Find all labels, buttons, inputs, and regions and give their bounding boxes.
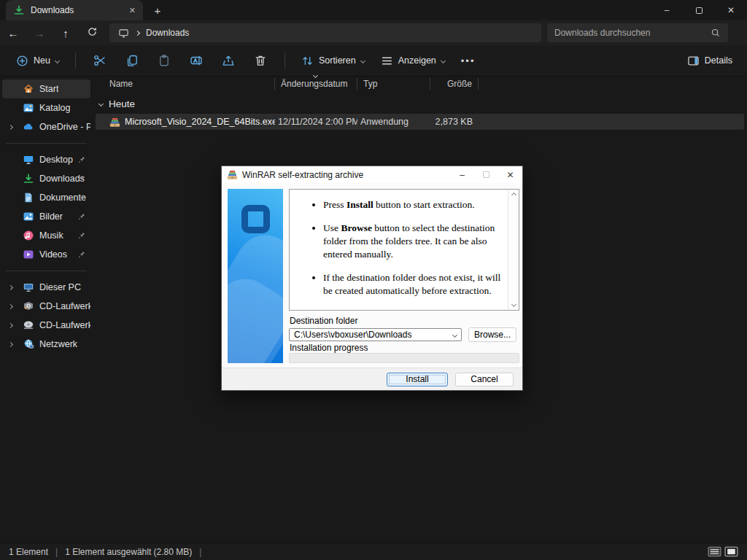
dialog-close-button[interactable]: ✕	[498, 166, 522, 183]
sidebar-item-downloads[interactable]: Downloads	[2, 169, 90, 188]
status-separator: |	[199, 547, 201, 557]
pin-icon	[77, 174, 86, 183]
dialog-footer: Install Cancel	[222, 368, 522, 390]
column-modified[interactable]: Änderungsdatum	[275, 78, 357, 90]
sidebar-item-dieser-pc[interactable]: Dieser PC	[2, 278, 90, 297]
new-plus-icon	[16, 55, 28, 67]
column-name[interactable]: Name	[93, 78, 275, 90]
navigation-bar: ← → ↑ Downloads Downloads durchsuchen	[0, 20, 747, 45]
breadcrumb[interactable]: Downloads	[146, 28, 189, 38]
sidebar-item-katalog[interactable]: Katalog	[2, 98, 90, 117]
refresh-button[interactable]	[79, 26, 105, 39]
downloads-folder-icon	[13, 4, 25, 16]
this-pc-icon	[23, 281, 34, 293]
address-bar[interactable]: Downloads	[109, 23, 541, 42]
file-type: Anwendung	[357, 117, 430, 127]
item-count: 1 Element	[9, 547, 48, 557]
dialog-title-bar[interactable]: WinRAR self-extracting archive – ✕	[222, 166, 522, 183]
sidebar-item-cd-laufwerk-d[interactable]: CD-Laufwerk (D:) V	[2, 297, 90, 316]
search-box[interactable]: Downloads durchsuchen	[547, 23, 728, 42]
group-header-heute[interactable]: Heute	[93, 96, 747, 112]
sidebar-item-desktop[interactable]: Desktop	[2, 150, 90, 169]
window-close-button[interactable]: ✕	[715, 0, 747, 20]
dialog-minimize-button[interactable]: –	[450, 166, 474, 183]
scroll-down-icon[interactable]	[511, 302, 516, 307]
new-tab-button[interactable]: +	[147, 4, 168, 17]
delete-button[interactable]	[247, 50, 274, 71]
cancel-button[interactable]: Cancel	[455, 373, 514, 386]
sidebar-item-bilder[interactable]: Bilder	[2, 207, 90, 226]
group-label: Heute	[109, 98, 135, 109]
details-button-label: Details	[705, 55, 732, 66]
view-toggles	[708, 546, 738, 557]
cd-drive-icon	[23, 300, 34, 312]
column-type[interactable]: Typ	[357, 78, 430, 90]
view-button-label: Anzeigen	[398, 55, 436, 66]
chevron-down-icon	[55, 58, 60, 63]
restore-icon	[696, 7, 703, 14]
instructions-list: Press Install button to start extraction…	[290, 198, 519, 298]
scroll-up-icon[interactable]	[511, 192, 516, 198]
copy-button[interactable]	[118, 50, 146, 71]
dialog-maximize-button	[474, 166, 498, 183]
sidebar-item-label: Dieser PC	[39, 282, 81, 292]
sidebar-item-videos[interactable]: Videos	[2, 245, 90, 264]
sidebar-item-netzwerk[interactable]: Netzwerk	[2, 335, 90, 354]
sidebar-item-dokumente[interactable]: Dokumente	[2, 188, 90, 207]
view-button[interactable]: Anzeigen	[375, 50, 451, 71]
maximize-icon	[483, 171, 489, 178]
share-button[interactable]	[214, 50, 242, 71]
collapse-chevron-icon[interactable]	[98, 101, 104, 106]
more-options-button[interactable]: •••	[455, 55, 481, 66]
copy-icon	[125, 54, 139, 67]
details-view-toggle[interactable]	[708, 546, 721, 557]
window-restore-button[interactable]	[683, 0, 715, 20]
sort-icon	[301, 55, 314, 67]
combobox-chevron-icon[interactable]	[452, 332, 457, 337]
forward-button: →	[26, 27, 53, 39]
window-minimize-button[interactable]: –	[651, 0, 683, 20]
sort-button[interactable]: Sortieren	[295, 50, 371, 71]
dialog-title: WinRAR self-extracting archive	[242, 170, 363, 180]
rename-button[interactable]	[182, 50, 210, 71]
dialog-window-controls: – ✕	[450, 166, 522, 183]
sidebar-item-onedrive[interactable]: OneDrive - Persona	[2, 117, 90, 136]
details-pane-button[interactable]: Details	[687, 55, 737, 67]
file-name: Microsoft_Visio_2024_DE_64Bits.exe	[125, 117, 275, 127]
new-button[interactable]: Neu	[10, 50, 65, 71]
expand-chevron-icon[interactable]	[8, 322, 13, 327]
winrar-icon	[227, 169, 238, 180]
expand-chevron-icon[interactable]	[8, 341, 13, 346]
expand-chevron-icon[interactable]	[8, 124, 13, 129]
share-icon	[222, 54, 235, 67]
pin-icon	[77, 155, 86, 164]
installation-progress-label: Installation progress	[290, 343, 368, 353]
sidebar-item-start[interactable]: Start	[2, 79, 90, 98]
back-button[interactable]: ←	[0, 27, 26, 39]
up-button[interactable]: ↑	[53, 27, 79, 39]
chevron-down-icon	[360, 58, 365, 63]
sidebar-item-label: CD-Laufwerk (E:) 20	[39, 320, 90, 330]
icons-view-toggle[interactable]	[724, 546, 738, 557]
sidebar-item-cd-laufwerk-e[interactable]: CD-Laufwerk (E:) 20	[2, 316, 90, 335]
expand-chevron-icon[interactable]	[8, 284, 13, 289]
pin-icon	[77, 231, 86, 240]
install-button[interactable]: Install	[387, 373, 448, 386]
status-separator: |	[55, 547, 58, 557]
sidebar-item-musik[interactable]: Musik	[2, 226, 90, 245]
scrollbar[interactable]	[508, 190, 519, 310]
explorer-tab-bar: Downloads ✕ + – ✕	[0, 0, 747, 20]
videos-icon	[23, 249, 34, 260]
browse-button[interactable]: Browse...	[468, 327, 516, 342]
cut-button[interactable]	[86, 50, 114, 71]
tab-downloads[interactable]: Downloads ✕	[6, 0, 143, 20]
column-size[interactable]: Größe	[430, 78, 479, 90]
status-bar: 1 Element | 1 Element ausgewählt (2.80 M…	[0, 542, 747, 560]
tab-close-icon[interactable]: ✕	[129, 6, 136, 15]
installation-progress-bar	[289, 353, 519, 363]
file-modified: 12/11/2024 2:00 PM	[275, 117, 357, 127]
table-row[interactable]: Microsoft_Visio_2024_DE_64Bits.exe 12/11…	[96, 114, 744, 130]
expand-chevron-icon[interactable]	[8, 303, 13, 308]
instruction-item: If the destination folder does not exist…	[323, 271, 503, 298]
destination-folder-combobox[interactable]: C:\Users\vboxuser\Downloads	[289, 328, 462, 341]
